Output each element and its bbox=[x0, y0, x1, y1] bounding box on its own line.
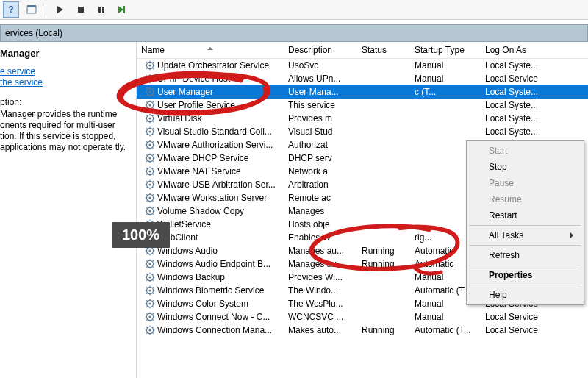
svg-line-65 bbox=[152, 134, 153, 135]
restart-service-button[interactable] bbox=[114, 1, 130, 18]
cell-name: Windows Audio Endpoint B... bbox=[137, 258, 284, 270]
col-name[interactable]: Name bbox=[137, 42, 284, 58]
svg-line-114 bbox=[146, 194, 147, 195]
service-gear-icon bbox=[144, 258, 156, 270]
service-name-text: VMware NAT Service bbox=[157, 166, 284, 176]
svg-line-116 bbox=[152, 194, 153, 195]
service-name-text: VMware Workstation Server bbox=[157, 193, 284, 203]
service-name-text: WalletService bbox=[157, 219, 284, 229]
table-row[interactable]: Update Orchestrator ServiceUsoSvcManualL… bbox=[137, 59, 588, 72]
cell-name: UPnP Device Host bbox=[137, 73, 284, 85]
cell-logon: Local Syste... bbox=[481, 113, 562, 124]
cell-name: VMware Authorization Servi... bbox=[137, 139, 284, 151]
col-log-on-as[interactable]: Log On As bbox=[481, 42, 562, 58]
svg-line-186 bbox=[152, 287, 153, 288]
menu-all-tasks[interactable]: All Tasks bbox=[468, 227, 582, 243]
svg-point-79 bbox=[148, 157, 151, 159]
cell-description: UsoSvc bbox=[284, 60, 357, 71]
svg-line-44 bbox=[146, 101, 147, 102]
cell-name: Update Orchestrator Service bbox=[137, 60, 284, 71]
svg-line-47 bbox=[146, 107, 147, 108]
col-startup-type[interactable]: Startup Type bbox=[410, 42, 481, 58]
stop-service-button[interactable] bbox=[73, 1, 89, 18]
col-status[interactable]: Status bbox=[357, 42, 410, 58]
menu-pause[interactable]: Pause bbox=[468, 175, 582, 191]
menu-stop[interactable]: Stop bbox=[468, 159, 582, 175]
svg-line-104 bbox=[146, 181, 147, 182]
svg-line-174 bbox=[146, 274, 147, 274]
svg-line-167 bbox=[146, 266, 147, 267]
menu-resume[interactable]: Resume bbox=[468, 191, 582, 207]
service-name-text: VMware USB Arbitration Ser... bbox=[157, 179, 284, 190]
svg-line-126 bbox=[152, 207, 153, 208]
service-name-text: Windows Biometric Service bbox=[157, 285, 284, 296]
menu-properties[interactable]: Properties bbox=[468, 267, 582, 283]
svg-line-15 bbox=[152, 68, 153, 68]
table-row[interactable]: Windows Connection Mana...Makes auto...R… bbox=[137, 324, 588, 337]
table-row[interactable]: UPnP Device HostAllows UPn...ManualLocal… bbox=[137, 72, 588, 85]
cell-description: Provides m bbox=[284, 113, 357, 124]
start-service-button[interactable] bbox=[52, 1, 68, 18]
svg-line-185 bbox=[152, 293, 153, 293]
svg-point-119 bbox=[148, 210, 151, 212]
cell-description: DHCP serv bbox=[284, 153, 357, 163]
svg-line-24 bbox=[146, 75, 147, 76]
menu-refresh[interactable]: Refresh bbox=[468, 247, 582, 263]
cell-logon: Local Service bbox=[481, 325, 562, 335]
cell-description: Allows UPn... bbox=[284, 74, 357, 84]
service-name-text: Windows Audio Endpoint B... bbox=[157, 259, 284, 269]
cell-status: Running bbox=[357, 246, 410, 256]
service-title: Manager bbox=[0, 48, 132, 59]
cell-description: Manages au... bbox=[284, 259, 357, 269]
svg-point-39 bbox=[148, 104, 151, 106]
properties-button[interactable] bbox=[24, 1, 40, 18]
svg-line-216 bbox=[152, 327, 153, 327]
restart-link[interactable]: the service bbox=[0, 77, 43, 88]
cell-logon: Local Syste... bbox=[481, 87, 562, 97]
service-gear-icon bbox=[144, 324, 156, 336]
svg-line-96 bbox=[152, 168, 153, 168]
table-row[interactable]: User ManagerUser Mana...c (T...Local Sys… bbox=[137, 85, 588, 99]
menu-restart[interactable]: Restart bbox=[468, 207, 582, 224]
cell-startup: Manual bbox=[410, 74, 481, 84]
svg-rect-7 bbox=[123, 6, 125, 13]
service-name-text: UPnP Device Host bbox=[157, 74, 284, 84]
help-button[interactable]: ? bbox=[3, 1, 19, 18]
service-name-text: Update Orchestrator Service bbox=[157, 60, 284, 71]
svg-line-187 bbox=[146, 293, 147, 293]
cell-description: WCNCSVC ... bbox=[284, 312, 357, 322]
svg-line-205 bbox=[152, 319, 153, 320]
svg-line-197 bbox=[146, 306, 147, 307]
table-row[interactable]: User Profile ServiceThis serviceLocal Sy… bbox=[137, 99, 588, 112]
cell-logon: Local Service bbox=[481, 74, 562, 84]
service-gear-icon bbox=[144, 179, 156, 190]
service-gear-icon bbox=[144, 165, 156, 177]
svg-line-166 bbox=[152, 260, 153, 261]
cell-description: The WcsPlu... bbox=[284, 299, 357, 309]
svg-line-176 bbox=[152, 274, 153, 274]
svg-line-57 bbox=[146, 121, 147, 121]
menu-start[interactable]: Start bbox=[468, 143, 582, 159]
detail-pane: Manager e service the service ption: Man… bbox=[0, 42, 137, 378]
cell-name: Visual Studio Standard Coll... bbox=[137, 126, 284, 138]
stop-link[interactable]: e service bbox=[0, 66, 35, 76]
svg-point-179 bbox=[148, 289, 151, 291]
table-row[interactable]: Virtual DiskProvides mLocal Syste... bbox=[137, 112, 588, 125]
svg-line-124 bbox=[146, 207, 147, 208]
cell-description: Remote ac bbox=[284, 193, 357, 203]
svg-line-127 bbox=[146, 213, 147, 214]
pause-service-button[interactable] bbox=[93, 1, 110, 18]
svg-line-34 bbox=[146, 88, 147, 89]
cell-status: Running bbox=[357, 325, 410, 335]
table-row[interactable]: Windows Connect Now - C...WCNCSVC ...Man… bbox=[137, 310, 588, 324]
cell-name: User Profile Service bbox=[137, 99, 284, 111]
cell-description: Hosts obje bbox=[284, 219, 357, 229]
service-gear-icon bbox=[144, 60, 156, 71]
menu-help[interactable]: Help bbox=[468, 287, 582, 303]
table-row[interactable]: Visual Studio Standard Coll...Visual Stu… bbox=[137, 125, 588, 138]
service-gear-icon bbox=[144, 298, 156, 310]
svg-line-77 bbox=[146, 147, 147, 148]
cell-logon: Local Syste... bbox=[481, 60, 562, 71]
col-description[interactable]: Description bbox=[284, 42, 357, 58]
service-gear-icon bbox=[144, 139, 156, 151]
